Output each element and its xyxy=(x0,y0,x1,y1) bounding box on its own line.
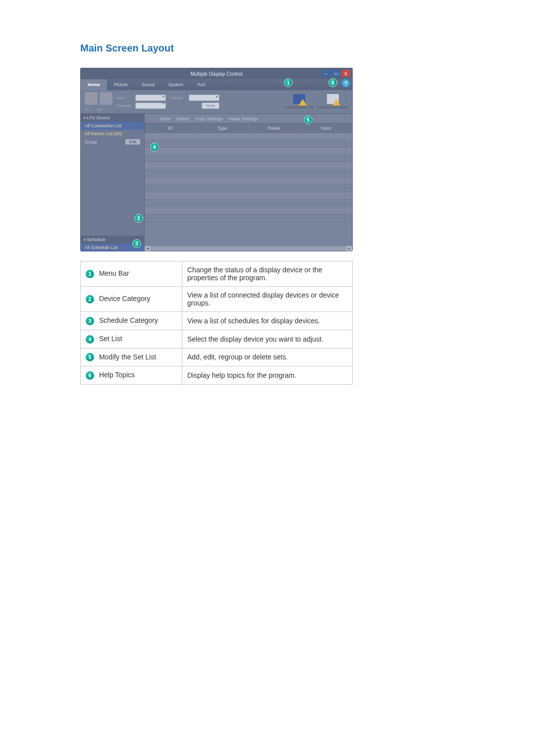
label-input: Input xyxy=(116,96,133,100)
fault-device-alert[interactable]: Fault Device Alert xyxy=(317,94,348,109)
legend-row: 1 Menu BarChange the status of a display… xyxy=(81,261,353,287)
legend-badge: 1 xyxy=(86,270,94,278)
menu-bar: Home Picture Sound System Tool xyxy=(81,79,352,90)
legend-badge: 6 xyxy=(86,371,94,380)
col-input[interactable]: Input xyxy=(300,124,352,132)
legend-table: 1 Menu BarChange the status of a display… xyxy=(80,261,353,385)
window-controls: – ▭ x xyxy=(321,70,350,77)
main-panel: Move Delete Copy Settings Paste Settings… xyxy=(144,114,352,252)
sidebar-group[interactable]: Group Edit xyxy=(81,138,144,146)
legend-badge: 4 xyxy=(86,335,94,344)
mute-button[interactable]: Mute xyxy=(202,102,219,109)
label-volume: Volume xyxy=(170,96,187,100)
table-row xyxy=(145,214,352,222)
power-off-icon[interactable] xyxy=(100,92,112,105)
callout-1: 1 xyxy=(284,78,293,87)
input-dropdown[interactable] xyxy=(135,95,166,101)
legend-label: Set List xyxy=(97,335,122,343)
fault-alert-label: Fault Device Alert xyxy=(317,105,348,109)
legend-row: 4 Set ListSelect the display device you … xyxy=(81,330,353,348)
legend-desc: View a list of connected display devices… xyxy=(182,287,353,312)
label-on: On xyxy=(85,107,90,112)
maximize-button[interactable]: ▭ xyxy=(331,70,340,77)
table-row xyxy=(145,177,352,185)
table-row xyxy=(145,140,352,148)
toolbar-move[interactable]: Move xyxy=(160,116,170,121)
toolbar-paste[interactable]: Paste Settings xyxy=(229,116,258,121)
legend-desc: View a list of schedules for display dev… xyxy=(182,312,353,330)
volume-dropdown[interactable] xyxy=(189,95,219,101)
help-icon[interactable]: ? xyxy=(342,79,350,87)
label-off: Off xyxy=(97,107,103,112)
table-row xyxy=(145,207,352,214)
table-row xyxy=(145,148,352,155)
table-row xyxy=(145,162,352,170)
sidebar-all-device-list[interactable]: All Device List (00) xyxy=(81,130,144,138)
callout-2: 2 xyxy=(134,214,143,223)
set-toolbar: Move Delete Copy Settings Paste Settings xyxy=(145,114,352,124)
legend-desc: Change the status of a display device or… xyxy=(182,261,353,287)
callout-6: 6 xyxy=(328,78,337,87)
section-lfd-device[interactable]: LFD Device xyxy=(81,114,144,122)
toolbar-delete[interactable]: Delete xyxy=(176,116,189,121)
fault-device-label: Fault Device (0) xyxy=(285,105,313,109)
table-row xyxy=(145,192,352,200)
tab-picture[interactable]: Picture xyxy=(107,79,135,90)
minimize-button[interactable]: – xyxy=(321,70,330,77)
channel-spinner[interactable] xyxy=(135,102,166,109)
legend-desc: Display help topics for the program. xyxy=(182,366,353,385)
legend-label: Modify the Set List xyxy=(97,353,156,361)
scroll-left-icon[interactable]: ◂ xyxy=(145,246,151,251)
legend-badge: 2 xyxy=(86,295,94,303)
legend-label: Device Category xyxy=(97,295,150,302)
legend-label: Schedule Category xyxy=(97,316,158,324)
tab-sound[interactable]: Sound xyxy=(135,79,161,90)
callout-3: 3 xyxy=(132,239,141,248)
table-row xyxy=(145,170,352,177)
group-label: Group xyxy=(85,140,97,145)
table-row xyxy=(145,133,352,140)
col-type[interactable]: Type xyxy=(197,124,249,132)
legend-row: 6 Help TopicsDisplay help topics for the… xyxy=(81,366,353,385)
close-button[interactable]: x xyxy=(341,70,350,77)
tab-system[interactable]: System xyxy=(161,79,190,90)
legend-desc: Add, edit, regroup or delete sets. xyxy=(182,348,353,366)
page-heading: Main Screen Layout xyxy=(80,43,535,54)
legend-label: Menu Bar xyxy=(97,269,129,277)
ribbon: On Off Input Channel Volume Mute Fault D… xyxy=(81,90,352,114)
window-title: Multiple Display Control xyxy=(190,71,242,77)
col-power[interactable]: Power xyxy=(249,124,301,132)
legend-badge: 3 xyxy=(86,317,94,325)
sidebar-all-connection[interactable]: All Connection List xyxy=(81,122,144,130)
horizontal-scrollbar[interactable]: ◂ ▸ xyxy=(145,246,352,252)
callout-4: 4 xyxy=(150,143,159,151)
legend-row: 5 Modify the Set ListAdd, edit, regroup … xyxy=(81,348,353,366)
legend-desc: Select the display device you want to ad… xyxy=(182,330,353,348)
legend-badge: 5 xyxy=(86,353,94,361)
col-id[interactable]: ID xyxy=(145,124,197,132)
power-on-icon[interactable] xyxy=(85,92,98,105)
table-row xyxy=(145,185,352,192)
scroll-right-icon[interactable]: ▸ xyxy=(346,246,352,251)
titlebar: Multiple Display Control – ▭ x xyxy=(81,68,352,79)
legend-row: 2 Device CategoryView a list of connecte… xyxy=(81,287,353,312)
label-channel: Channel xyxy=(116,103,133,108)
fault-device[interactable]: Fault Device (0) xyxy=(285,94,313,109)
set-list-grid[interactable] xyxy=(145,133,352,246)
toolbar-copy[interactable]: Copy Settings xyxy=(195,116,223,121)
app-window: Multiple Display Control – ▭ x Home Pict… xyxy=(80,68,353,251)
table-row xyxy=(145,200,352,207)
callout-5: 5 xyxy=(304,115,313,124)
tab-home[interactable]: Home xyxy=(81,79,107,90)
legend-label: Help Topics xyxy=(97,371,135,379)
legend-row: 3 Schedule CategoryView a list of schedu… xyxy=(81,312,353,330)
tab-tool[interactable]: Tool xyxy=(190,79,213,90)
column-headers: ID Type Power Input xyxy=(145,124,352,133)
table-row xyxy=(145,155,352,162)
edit-button[interactable]: Edit xyxy=(125,139,140,145)
sidebar: LFD Device All Connection List All Devic… xyxy=(81,114,144,252)
